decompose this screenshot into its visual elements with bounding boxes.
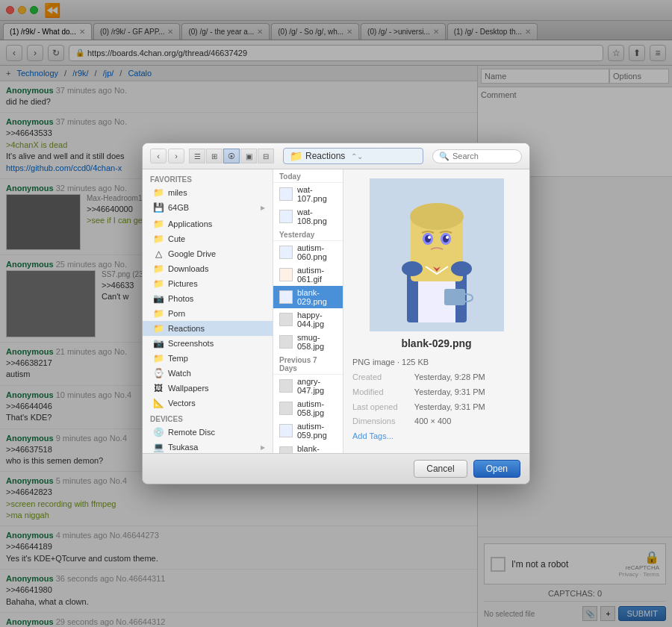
dialog-overlay: ‹ › ☰ ⊞ ⦿ ▣ ⊟ 📁 Reactions ⌃⌄ 🔍 <box>0 0 672 627</box>
sidebar-item-miles[interactable]: 📁 miles <box>143 185 273 200</box>
file-name: angry-047.jpg <box>297 377 337 395</box>
sidebar-item-wallpapers[interactable]: 🖼 Wallpapers <box>143 381 273 396</box>
file-item[interactable]: wat-107.png <box>273 183 343 205</box>
cancel-button[interactable]: Cancel <box>414 460 467 478</box>
folder-name: Reactions <box>305 151 345 161</box>
file-item[interactable]: autism-060.png <box>273 241 343 263</box>
preview-svg <box>370 178 504 331</box>
sidebar-item-cute[interactable]: 📁 Cute <box>143 231 273 246</box>
file-dialog: ‹ › ☰ ⊞ ⦿ ▣ ⊟ 📁 Reactions ⌃⌄ 🔍 <box>142 143 530 484</box>
sidebar-item-temp[interactable]: 📁 Temp <box>143 351 273 366</box>
watch-icon: ⌚ <box>153 368 164 378</box>
file-item[interactable]: happy-044.jpg <box>273 308 343 331</box>
file-name: autism-061.gif <box>297 266 337 284</box>
search-box[interactable]: 🔍 <box>432 149 522 163</box>
dialog-body: Favorites 📁 miles 💾 64GB ▶ <box>143 169 529 453</box>
preview-filename: blank-029.png <box>352 337 520 349</box>
devices-section: Devices 💿 Remote Disc 💻 Tsukasa ▶ <box>143 412 273 453</box>
folder-icon: 📁 <box>153 219 164 229</box>
preview-last-opened: Last opened Yesterday, 9:31 PM <box>352 400 520 415</box>
add-tags-link[interactable]: Add Tags... <box>352 431 393 440</box>
sidebar-item-applications[interactable]: 📁 Applications <box>143 216 273 231</box>
view-buttons: ☰ ⊞ ⦿ ▣ ⊟ <box>189 149 274 163</box>
file-thumbnail <box>279 379 293 393</box>
sidebar-label: Photos <box>168 294 265 303</box>
view-cover-button[interactable]: ▣ <box>240 149 257 163</box>
folder-icon: 📁 <box>153 308 164 319</box>
open-button[interactable]: Open <box>473 460 520 478</box>
sidebar-label: Watch <box>168 369 265 378</box>
sidebar-item-pictures[interactable]: 📁 Pictures <box>143 276 273 291</box>
expand-icon: ▶ <box>261 205 265 211</box>
folder-icon: 📁 <box>153 323 164 334</box>
wallpaper-icon: 🖼 <box>153 383 164 393</box>
sidebar-item-tsukasa[interactable]: 💻 Tsukasa ▶ <box>143 440 273 453</box>
preview-meta: PNG image · 125 KB Created Yesterday, 9:… <box>352 355 520 444</box>
view-coverflow-button[interactable]: ⊟ <box>258 149 274 163</box>
dialog-nav: ‹ › <box>150 149 184 163</box>
sidebar-item-screenshots[interactable]: 📷 Screenshots <box>143 336 273 351</box>
folder-icon: 📁 <box>153 187 164 198</box>
drive-icon: 💾 <box>153 202 164 213</box>
expand-icon: ▶ <box>261 444 265 451</box>
sidebar-item-reactions[interactable]: 📁 Reactions <box>143 321 273 336</box>
dialog-forward-button[interactable]: › <box>168 149 184 163</box>
sidebar-label: Reactions <box>168 324 265 333</box>
file-list: Today wat-107.png wat-108.png Yesterday … <box>273 169 343 453</box>
file-item-selected[interactable]: blank-029.png <box>273 286 343 308</box>
sidebar-label: Applications <box>168 219 265 228</box>
sidebar-label: Vectors <box>168 399 265 408</box>
favorites-section: Favorites 📁 miles 💾 64GB ▶ <box>143 172 273 215</box>
sidebar-item-remotedisc[interactable]: 💿 Remote Disc <box>143 425 273 440</box>
sidebar-item-64gb[interactable]: 💾 64GB ▶ <box>143 200 273 215</box>
sidebar-label: miles <box>168 188 265 197</box>
search-input[interactable] <box>452 152 512 160</box>
folder-icon: 📁 <box>153 353 164 364</box>
file-item[interactable]: autism-059.png <box>273 419 343 442</box>
file-thumbnail <box>279 446 293 453</box>
preview-dimensions: Dimensions 400 × 400 <box>352 414 520 429</box>
sidebar-item-photos[interactable]: 📷 Photos <box>143 291 273 306</box>
dialog-footer: Cancel Open <box>143 453 529 484</box>
folder-icon: 📁 <box>290 150 302 162</box>
sidebar-label: 64GB <box>168 203 256 212</box>
file-item[interactable]: wat-108.png <box>273 205 343 228</box>
view-column-button[interactable]: ⦿ <box>223 149 240 163</box>
folder-icon: 📁 <box>153 234 164 244</box>
file-item[interactable]: angry-047.jpg <box>273 375 343 397</box>
view-icon-button[interactable]: ⊞ <box>206 149 223 163</box>
screenshot-icon: 📷 <box>153 338 164 349</box>
preview-image <box>355 178 519 331</box>
file-thumbnail <box>279 335 293 349</box>
sidebar-label: Screenshots <box>168 339 265 348</box>
file-thumbnail <box>279 313 293 326</box>
file-thumbnail <box>279 246 293 259</box>
file-item[interactable]: blank-027.jpg <box>273 442 343 453</box>
svg-point-15 <box>451 261 472 276</box>
favorites-title: Favorites <box>143 172 273 185</box>
sidebar-item-vectors[interactable]: 📐 Vectors <box>143 396 273 411</box>
folder-dropdown-icon[interactable]: ⌃⌄ <box>351 152 363 160</box>
sidebar-item-porn[interactable]: 📁 Porn <box>143 306 273 321</box>
dialog-back-button[interactable]: ‹ <box>150 149 167 163</box>
file-name: wat-107.png <box>297 185 337 203</box>
file-item[interactable]: smug-058.jpg <box>273 331 343 353</box>
sidebar-item-downloads[interactable]: 📁 Downloads <box>143 261 273 276</box>
sidebar-label: Pictures <box>168 279 265 288</box>
file-name: autism-058.jpg <box>297 399 337 417</box>
file-item[interactable]: autism-058.jpg <box>273 397 343 419</box>
file-item[interactable]: autism-061.gif <box>273 263 343 286</box>
disc-icon: 💿 <box>153 427 164 437</box>
folder-path: 📁 Reactions ⌃⌄ <box>283 148 423 164</box>
file-thumbnail <box>279 187 293 201</box>
sidebar-item-watch[interactable]: ⌚ Watch <box>143 366 273 381</box>
cloud-icon: △ <box>153 249 164 259</box>
svg-point-10 <box>428 236 431 239</box>
view-list-button[interactable]: ☰ <box>189 149 205 163</box>
sidebar-item-googledrive[interactable]: △ Google Drive <box>143 246 273 261</box>
file-name: autism-059.png <box>297 422 337 440</box>
file-thumbnail <box>279 424 293 437</box>
folder-icon: 📁 <box>153 263 164 274</box>
sidebar-label: Temp <box>168 354 265 363</box>
file-thumbnail <box>279 268 293 281</box>
